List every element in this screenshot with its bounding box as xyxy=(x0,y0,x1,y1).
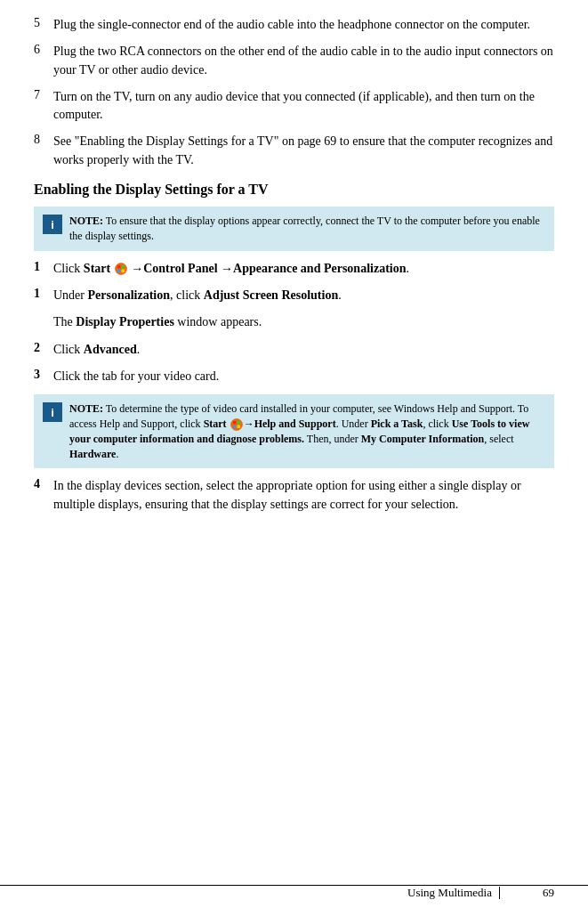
svg-point-0 xyxy=(115,263,126,275)
page-content: 5 Plug the single-connector end of the a… xyxy=(0,0,588,576)
personalization-label: Personalization xyxy=(88,288,171,302)
note-icon-letter: i xyxy=(51,218,54,231)
windows-logo-icon xyxy=(115,263,127,275)
advanced-label: Advanced xyxy=(84,343,137,356)
display-props-bold: Display Properties xyxy=(76,315,174,328)
item-text-5: Plug the single-connector end of the aud… xyxy=(53,16,554,34)
list-item: 8 See "Enabling the Display Settings for… xyxy=(34,133,554,169)
page-footer: Using Multimedia 69 xyxy=(0,885,588,900)
note-label-1: NOTE: xyxy=(69,215,103,227)
item-number-4: 4 xyxy=(34,477,53,491)
note-text-2: NOTE: To determine the type of video car… xyxy=(69,401,545,461)
list-item-step-1b: 1 Under Personalization, click Adjust Sc… xyxy=(34,287,554,304)
list-item-step-4: 4 In the display devices section, select… xyxy=(34,477,554,514)
item-number-6: 6 xyxy=(34,43,53,57)
display-props-text: The Display Properties window appears. xyxy=(53,313,554,331)
list-item: 5 Plug the single-connector end of the a… xyxy=(34,16,554,34)
item-number-8: 8 xyxy=(34,133,53,147)
item-number-1b: 1 xyxy=(34,287,53,301)
item-number-5: 5 xyxy=(34,16,53,30)
svg-rect-3 xyxy=(117,270,121,273)
item-text-1a: Click Start →Control Panel →Appearance a… xyxy=(53,260,554,278)
item-text-4: In the display devices section, select t… xyxy=(53,477,554,514)
footer-section-label: Using Multimedia xyxy=(407,886,492,900)
note-pick-task: Pick a Task xyxy=(371,417,423,430)
svg-rect-1 xyxy=(117,265,121,269)
note-body-1: To ensure that the display options appea… xyxy=(69,215,540,242)
footer-page-number: 69 xyxy=(543,886,554,900)
note-help-label: Help and Support xyxy=(254,417,336,430)
note-start-label: Start xyxy=(204,417,227,430)
adjust-screen-label: Adjust Screen Resolution xyxy=(204,288,338,302)
note-box-1: i NOTE: To ensure that the display optio… xyxy=(34,207,554,251)
item-text-8: See "Enabling the Display Settings for a… xyxy=(53,133,554,169)
start-label: Start xyxy=(84,262,110,275)
note-icon-1: i xyxy=(43,215,62,234)
item-text-3: Click the tab for your video card. xyxy=(53,368,554,385)
note-text-1: NOTE: To ensure that the display options… xyxy=(69,214,545,244)
control-panel-label: Control Panel xyxy=(143,262,217,275)
list-item-step-3: 3 Click the tab for your video card. xyxy=(34,368,554,385)
note-box-2: i NOTE: To determine the type of video c… xyxy=(34,394,554,468)
item-number-3: 3 xyxy=(34,368,53,382)
list-item-step-1a: 1 Click Start →Control Panel →Appearance… xyxy=(34,260,554,278)
note-hardware: Hardware xyxy=(69,448,116,460)
item-text-6: Plug the two RCA connectors on the other… xyxy=(53,43,554,79)
note-my-computer: My Computer Information xyxy=(361,433,484,445)
section-heading: Enabling the Display Settings for a TV xyxy=(34,182,554,198)
svg-rect-2 xyxy=(121,265,125,269)
svg-rect-8 xyxy=(233,426,237,429)
item-text-1b: Under Personalization, click Adjust Scre… xyxy=(53,287,554,304)
list-item-step-2: 2 Click Advanced. xyxy=(34,341,554,359)
note-label-2: NOTE: xyxy=(69,402,103,415)
svg-point-5 xyxy=(230,419,242,431)
arrow-2: → xyxy=(218,262,234,275)
note-icon-2: i xyxy=(43,402,62,422)
item-number-1a: 1 xyxy=(34,260,53,274)
item-number-2: 2 xyxy=(34,341,53,355)
item-text-2: Click Advanced. xyxy=(53,341,554,359)
list-item: 6 Plug the two RCA connectors on the oth… xyxy=(34,43,554,79)
footer-separator xyxy=(499,887,500,899)
list-item: 7 Turn on the TV, turn on any audio devi… xyxy=(34,88,554,125)
arrow-1: → xyxy=(131,262,143,275)
svg-rect-6 xyxy=(233,421,237,425)
windows-logo-icon-2 xyxy=(230,418,243,431)
svg-rect-9 xyxy=(237,426,240,429)
appearance-label: Appearance and Personalization xyxy=(233,262,406,275)
item-text-7: Turn on the TV, turn on any audio device… xyxy=(53,88,554,125)
item-number-7: 7 xyxy=(34,88,53,102)
svg-rect-4 xyxy=(121,270,125,273)
note-icon-letter-2: i xyxy=(51,406,54,419)
svg-rect-7 xyxy=(237,421,240,425)
